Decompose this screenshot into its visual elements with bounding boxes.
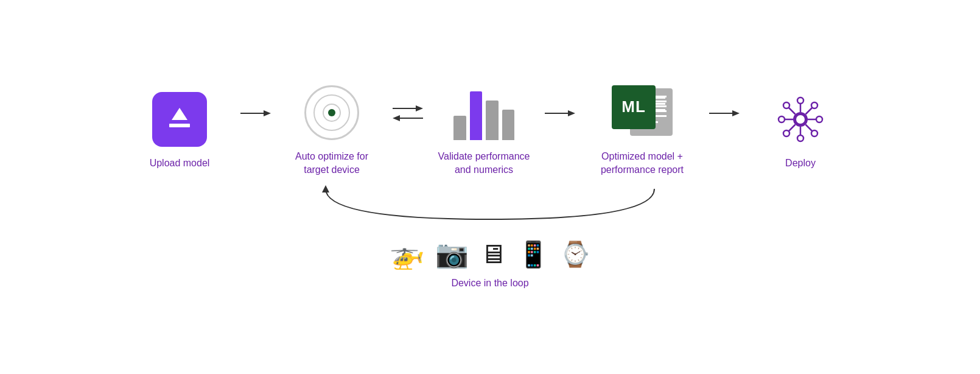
svg-point-22 [797,97,803,104]
svg-rect-0 [169,124,190,127]
monitor-icon: 🖥 [480,239,506,269]
bar-4 [502,110,515,140]
feedback-curve [240,183,740,225]
upload-model-icon [152,92,207,147]
arrow-2-bidirectional [393,103,423,124]
tablet-icon: 📱 [517,239,549,269]
step-validate: Validate performance and numerics [423,85,545,177]
step-validate-label: Validate performance and numerics [438,150,530,177]
target-dot [328,109,335,116]
svg-marker-7 [393,115,400,121]
step-report-label: Optimized model + performance report [601,150,684,177]
bar-3 [486,101,499,140]
step-upload: Upload model [119,92,240,170]
svg-marker-11 [732,110,740,116]
svg-marker-1 [172,108,187,120]
step-report: ML Optimized model + performance report [575,85,709,177]
bar-chart-icon [453,85,514,140]
drone-icon: 🚁 [390,238,424,270]
svg-point-28 [811,102,817,108]
svg-line-20 [806,107,813,115]
svg-marker-3 [264,110,271,116]
step-deploy-label: Deploy [785,157,816,170]
feedback-section: 🚁 📷 🖥 📱 ⌚ Device in the loop [37,183,943,289]
svg-marker-9 [568,110,575,116]
target-icon [304,85,359,140]
deploy-network-icon [773,92,828,147]
step-optimize-label: Auto optimize for target device [295,150,368,177]
svg-point-13 [796,115,805,124]
svg-line-21 [788,124,796,132]
ml-text: ML [621,97,646,116]
svg-point-29 [783,130,789,136]
svg-point-23 [797,135,803,141]
workflow-diagram: Upload model Auto optimize for target de… [0,73,980,302]
arrow-1 [240,107,271,119]
svg-point-24 [779,116,785,122]
arrow-3 [545,107,575,119]
bar-1 [453,116,466,140]
svg-point-26 [783,102,789,108]
bar-2 [470,91,483,140]
svg-line-19 [806,124,813,132]
svg-marker-30 [322,185,329,192]
step-deploy: Deploy [740,92,861,170]
camera-icon: 📷 [435,238,469,270]
svg-point-27 [811,130,817,136]
svg-marker-5 [416,105,423,111]
arrow-4 [709,107,740,119]
ml-model-icon: ML [612,85,673,140]
watch-icon: ⌚ [560,240,590,269]
target-ring-2 [323,104,341,122]
svg-point-25 [816,116,822,122]
ml-badge: ML [612,85,656,129]
step-optimize: Auto optimize for target device [271,85,393,177]
device-in-loop-label: Device in the loop [451,278,528,289]
svg-line-18 [788,107,796,115]
target-ring-1 [313,94,350,131]
devices-row: 🚁 📷 🖥 📱 ⌚ [390,238,590,270]
step-upload-label: Upload model [150,157,210,170]
top-flow-row: Upload model Auto optimize for target de… [37,85,943,177]
